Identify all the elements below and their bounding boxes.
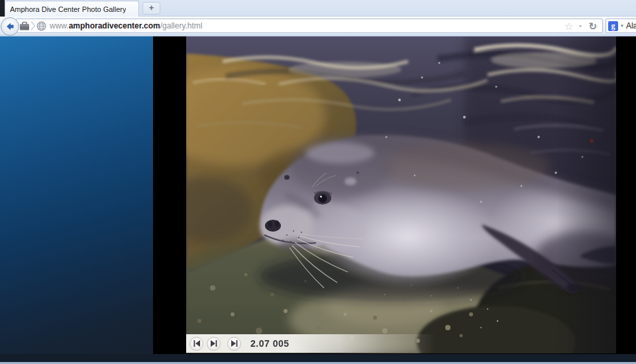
browser-chrome: Amphora Dive Center Photo Gallery + www.…	[0, 0, 636, 36]
search-engine-dropdown-icon[interactable]: ▼	[620, 24, 624, 28]
url-domain: amphoradivecenter.com	[69, 21, 160, 30]
page-background-ocean	[0, 36, 153, 354]
tab-title: Amphora Dive Center Photo Gallery	[10, 5, 126, 13]
url-bar[interactable]: www.amphoradivecenter.com/gallery.html ☆…	[16, 19, 603, 33]
skip-end-icon	[211, 340, 217, 347]
gallery-stage: 2.07 005	[153, 36, 636, 354]
seal-photo-art	[186, 36, 616, 353]
bookmark-star-icon[interactable]: ☆	[564, 21, 573, 31]
url-text[interactable]: www.amphoradivecenter.com/gallery.html	[50, 21, 203, 30]
url-dropdown-icon[interactable]: ▼	[578, 24, 582, 28]
tab-amphora-gallery[interactable]: Amphora Dive Center Photo Gallery	[5, 1, 139, 17]
search-input[interactable]: Ala	[626, 21, 636, 30]
site-globe-icon[interactable]	[36, 21, 46, 31]
photo-caption: 2.07 005	[250, 338, 290, 349]
search-box[interactable]: g ▼ Ala	[606, 19, 636, 33]
first-photo-button[interactable]	[189, 337, 203, 351]
skip-end-icon	[231, 340, 238, 347]
url-path: /gallery.html	[160, 21, 203, 30]
skip-start-icon	[193, 340, 200, 347]
back-arrow-icon	[5, 21, 15, 32]
gallery-control-bar: 2.07 005	[186, 334, 616, 353]
google-logo-icon[interactable]: g	[608, 21, 618, 31]
breadcrumb-chevron-icon	[30, 21, 36, 31]
gallery-photo: 2.07 005	[186, 36, 616, 353]
next-photo-button[interactable]	[227, 337, 241, 351]
tab-bar: Amphora Dive Center Photo Gallery +	[0, 0, 636, 17]
play-slideshow-button[interactable]	[207, 337, 221, 351]
url-prefix: www.	[50, 21, 69, 30]
back-button[interactable]	[1, 17, 19, 36]
window-corner	[0, 0, 5, 17]
briefcase-icon	[19, 21, 30, 31]
reload-icon[interactable]: ↻	[588, 21, 597, 31]
new-tab-button[interactable]: +	[142, 2, 160, 15]
